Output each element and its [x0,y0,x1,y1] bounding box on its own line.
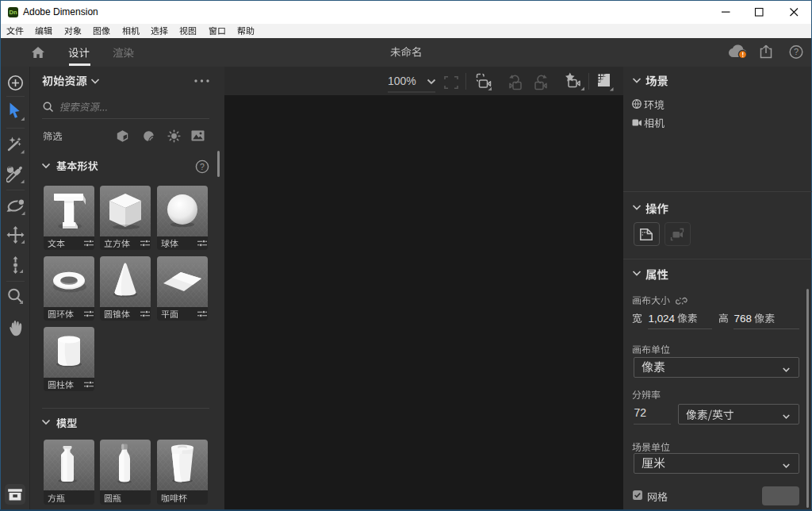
svg-text:?: ? [794,47,799,56]
svg-text:?: ? [200,162,205,171]
